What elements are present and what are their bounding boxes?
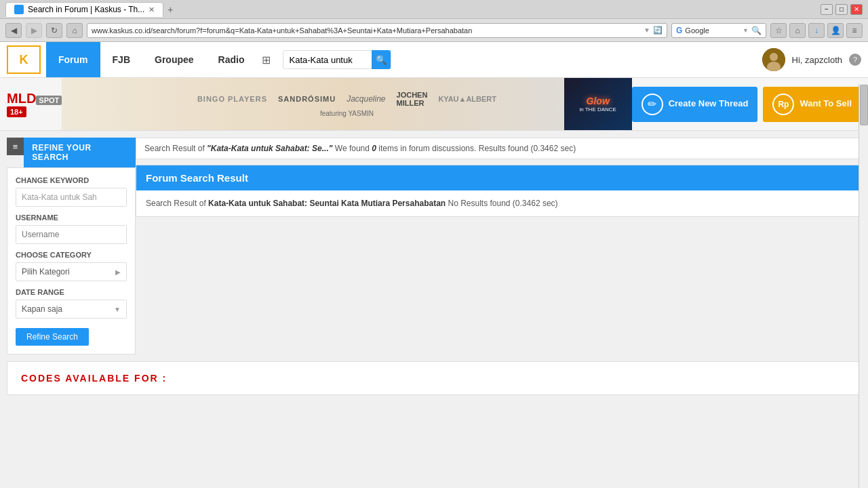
refine-sidebar: ≡ REFINE YOUR SEARCH CHANGE KEYWORD USER… [7,138,136,354]
home-button[interactable]: ⌂ [66,23,83,38]
create-thread-button[interactable]: ✏ Create New Thread [632,87,758,122]
nav-item-groupee[interactable]: Groupee [142,42,206,77]
summary-keyword: "Kata-Kata untuk Sahabat: Se..." [207,144,332,153]
create-thread-icon: ✏ [642,94,663,115]
search-button[interactable]: 🔍 [372,50,391,69]
date-range-value: Kapan saja [22,304,62,314]
want-to-sell-button[interactable]: Rp Want To Sell [763,87,861,122]
forum-result-body: Search Result of Kata-Kata untuk Sahabat… [136,190,861,216]
scrollbar[interactable] [859,84,868,488]
category-dropdown[interactable]: Pilih Kategori ▶ [16,262,127,281]
kaskus-logo[interactable]: K [7,45,41,74]
address-dropdown-icon: ▼ [644,26,650,34]
address-text: www.kaskus.co.id/search/forum?f=forum&q=… [92,26,644,35]
summary-suffix: items in forum discussions. Results foun… [378,144,576,153]
nav-item-radio[interactable]: Radio [206,42,257,77]
search-engine-box[interactable]: G Google ▼ 🔍 [671,23,766,38]
search-box: 🔍 [283,50,391,69]
result-detail-prefix: Search Result of [146,199,208,208]
result-keyword-full: Kata-Kata untuk Sahabat: Seuntai Kata Mu… [208,199,446,208]
more-menu-icon[interactable]: ⊞ [262,54,271,66]
summary-found-label: We found [335,144,372,153]
category-arrow-icon: ▶ [115,268,121,276]
new-tab-icon[interactable]: + [167,4,173,15]
tab-title: Search in Forum | Kaskus - Th... [28,5,144,14]
close-button[interactable]: ✕ [850,4,863,15]
back-button[interactable]: ◀ [5,23,22,38]
nav-item-forum[interactable]: Forum [46,42,100,77]
home-nav-icon[interactable]: ⌂ [789,23,806,38]
search-engine-label: Google [685,26,709,35]
tab-favicon [14,5,24,14]
search-input[interactable] [283,55,372,65]
forward-button[interactable]: ▶ [26,23,42,38]
username-label: USERNAME [16,214,127,222]
maximize-button[interactable]: □ [835,4,848,15]
refine-body: CHANGE KEYWORD USERNAME CHOOSE CATEGORY … [7,167,136,354]
codes-text: CODES AVAILABLE FOR : [21,373,167,384]
search-engine-dropdown: ▼ [743,27,749,34]
summary-count: 0 [372,144,376,153]
username-input[interactable] [16,225,127,244]
forum-result-box: Forum Search Result Search Result of Kat… [136,165,861,217]
tab-close-icon[interactable]: ✕ [149,5,155,14]
svg-point-1 [770,53,778,61]
create-thread-label: Create New Thread [669,98,749,110]
band-names: BINGO PLAYERS SANDRÓSIMU Jacqueline JOCH… [197,91,496,107]
mld-logo: MLD [7,91,36,106]
keyword-label: CHANGE KEYWORD [16,176,127,184]
result-detail-suffix: No Results found (0.3462 sec) [448,199,557,208]
results-area: Search Result of "Kata-Kata untuk Sahaba… [136,138,861,354]
search-summary: Search Result of "Kata-Kata untuk Sahaba… [136,138,861,159]
codes-banner: CODES AVAILABLE FOR : [7,361,861,395]
forum-result-header: Forum Search Result [136,165,861,190]
address-bar[interactable]: www.kaskus.co.id/search/forum?f=forum&q=… [87,23,667,38]
menu-icon[interactable]: ≡ [846,23,863,38]
bookmark-icon[interactable]: ☆ [770,23,787,38]
refine-header[interactable]: REFINE YOUR SEARCH [24,138,136,167]
download-icon[interactable]: ↓ [808,23,825,38]
profile-icon[interactable]: 👤 [827,23,844,38]
user-greeting: Hi, zapzcloth [792,55,842,65]
summary-prefix: Search Result of [144,144,207,153]
want-to-sell-label: Want To Sell [800,98,852,110]
date-arrow-icon: ▼ [114,306,121,313]
browser-tab[interactable]: Search in Forum | Kaskus - Th... ✕ [5,2,163,17]
refresh-button[interactable]: ↻ [46,23,62,38]
date-range-dropdown[interactable]: Kapan saja ▼ [16,300,127,319]
search-submit-icon[interactable]: 🔍 [751,26,762,35]
scroll-thumb[interactable] [860,85,868,125]
category-value: Pilih Kategori [22,267,70,277]
nav-item-fjb[interactable]: FJB [100,42,142,77]
category-label: CHOOSE CATEGORY [16,251,127,259]
keyword-input[interactable] [16,188,127,207]
minimize-button[interactable]: − [821,4,833,15]
sidebar-toggle-button[interactable]: ≡ [7,138,24,155]
refine-search-button[interactable]: Refine Search [16,328,89,346]
bottom-section: CODES AVAILABLE FOR : [0,361,868,402]
spot-label: SPOT [36,96,62,105]
banner-area: MLD SPOT 18+ BINGO PLAYERS SANDRÓSIMU Ja… [0,78,868,131]
user-avatar [762,48,785,71]
date-range-label: DATE RANGE [16,288,127,296]
google-icon: G [676,26,682,35]
ssl-icon: 🔄 [653,26,663,35]
help-icon[interactable]: ? [849,54,861,66]
sell-icon: Rp [772,94,794,115]
age-badge: 18+ [7,106,26,117]
